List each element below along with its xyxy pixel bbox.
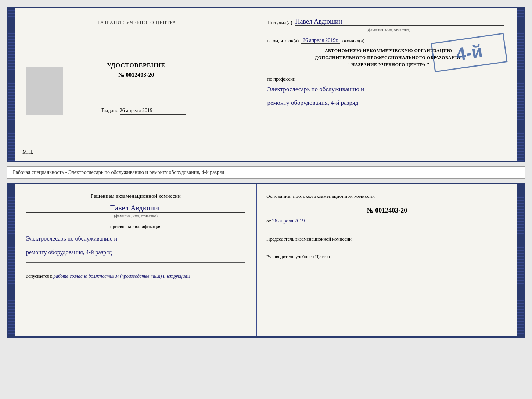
profession-handwritten: Электрослесарь по обслуживанию и ремонту… [267,84,510,110]
received-label: Получил(а) [267,20,292,26]
photo-placeholder [26,67,63,115]
org-line1: АВТОНОМНУЮ НЕКОММЕРЧЕСКУЮ ОРГАНИЗАЦИЮ [267,47,510,54]
top-booklet-right-page: Получил(а) Павел Авдюшин – (фамилия, имя… [258,8,517,161]
extra-line3 [26,264,245,264]
received-line: Получил(а) Павел Авдюшин – [267,18,510,26]
decision-title: Решением экзаменационной комиссии [26,193,245,199]
qual-line2: ремонту оборудования, 4-й разряд [26,247,245,259]
basis-date: от 26 апреля 2019 [266,218,508,224]
org-block: АВТОНОМНУЮ НЕКОММЕРЧЕСКУЮ ОРГАНИЗАЦИЮ ДО… [267,47,510,69]
bottom-booklet: Решением экзаменационной комиссии Павел … [7,183,525,338]
allowed-label: допускается к [26,274,52,279]
head-block: Руководитель учебного Центра [266,253,508,263]
date-from-label: от [266,218,271,224]
chairman-block: Председатель экзаменационной комиссии [266,235,508,245]
fio-subtitle-top: (фамилия, имя, отчество) [267,28,510,32]
bottom-fio-label: (фамилия, имя, отчество) [26,214,245,218]
bottom-person-name: Павел Авдюшин [26,204,245,213]
booklet-spine-left [8,8,15,161]
top-booklet-left-page: НАЗВАНИЕ УЧЕБНОГО ЦЕНТРА УДОСТОВЕРЕНИЕ №… [15,8,258,161]
head-sign-line [266,263,318,263]
in-that-date: 26 апреля 2019г. [301,38,340,44]
basis-number: № 0012403-20 [266,207,508,214]
basis-number-value: 0012403-20 [375,207,407,214]
allowed-value: работе согласно должностным (производств… [53,273,190,279]
bottom-booklet-spine-left [8,184,15,336]
qual-line1: Электрослесарь по обслуживанию и [26,233,245,245]
qual-handwritten: Электрослесарь по обслуживанию и ремонту… [26,233,245,259]
bottom-booklet-left-page: Решением экзаменационной комиссии Павел … [15,184,257,336]
mp-label: М.П. [22,149,33,155]
person-name-handwritten: Павел Авдюшин [295,18,504,26]
org-line3: " НАЗВАНИЕ УЧЕБНОГО ЦЕНТРА " [267,61,510,68]
cert-center: УДОСТОВЕРЕНИЕ № 0012403-20 [107,62,165,78]
issued-label: Выдано [101,108,119,113]
in-that-label: в том, что он(а) [267,38,299,44]
basis-date-value: 26 апреля 2019 [272,218,305,224]
booklet-spine-right [517,8,524,161]
basis-title: Основание: протокол экзаменационной коми… [266,193,508,199]
assigned-text: присвоена квалификация [26,224,245,229]
cert-number-value: 0012403-20 [126,72,154,78]
profession-label: по профессии [267,76,510,82]
cert-issued: Выдано 26 апреля 2019 [101,108,186,115]
allowed-text-block: допускается к работе согласно должностны… [26,273,245,279]
head-title: Руководитель учебного Центра [266,253,508,261]
extra-line2 [26,262,245,263]
top-booklet: НАЗВАНИЕ УЧЕБНОГО ЦЕНТРА УДОСТОВЕРЕНИЕ №… [7,7,525,162]
in-that-line: в том, что он(а) 26 апреля 2019г. окончи… [267,38,510,44]
page-wrapper: НАЗВАНИЕ УЧЕБНОГО ЦЕНТРА УДОСТОВЕРЕНИЕ №… [7,7,525,338]
cert-number: № 0012403-20 [107,72,165,78]
cert-title: УДОСТОВЕРЕНИЕ [107,62,165,69]
dash-received: – [507,20,510,26]
profession-line2: ремонту оборудования, 4-й разряд [267,97,510,110]
profession-line1: Электрослесарь по обслуживанию и [267,84,510,96]
org-line2: ДОПОЛНИТЕЛЬНОГО ПРОФЕССИОНАЛЬНОГО ОБРАЗО… [267,54,510,61]
bottom-booklet-right-page: Основание: протокол экзаменационной коми… [257,184,517,336]
cert-number-label: № [118,72,124,78]
middle-label: Рабочая специальность - Электрослесарь п… [7,166,525,179]
org-name-top: НАЗВАНИЕ УЧЕБНОГО ЦЕНТРА [96,19,176,25]
extra-line1 [26,261,245,261]
bottom-booklet-spine-right [517,184,524,336]
finished-label: окончил(а) [342,38,364,44]
issued-date: 26 апреля 2019 [120,108,186,115]
chairman-sign-line [266,245,318,245]
number-label: № [367,207,374,214]
chairman-title: Председатель экзаменационной комиссии [266,235,508,243]
